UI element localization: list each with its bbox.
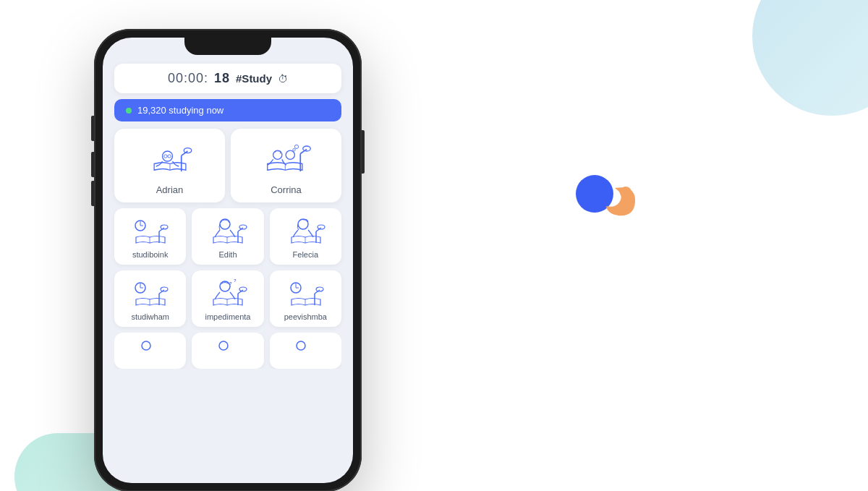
phone-mockup: 00:00:18 #Study ⏱ 19,320 studying now (94, 29, 362, 477)
user-name-adrian: Adrian (156, 184, 184, 195)
avatar-adrian (145, 139, 195, 179)
status-bar: 19,320 studying now (114, 99, 341, 121)
avatar-partial-3 (291, 338, 320, 353)
avatar-corrina (261, 139, 312, 179)
svg-point-31 (318, 225, 325, 229)
svg-point-58 (620, 187, 631, 198)
user-name-edith: Edith (218, 250, 237, 259)
svg-point-54 (142, 341, 150, 350)
svg-point-2 (184, 148, 192, 153)
user-name-studiboink: studiboink (132, 250, 169, 259)
users-row-1: studiboink (114, 208, 341, 265)
timer-tag: #Study (236, 72, 272, 85)
user-card-studiwham[interactable]: studiwham (114, 270, 186, 327)
user-card-peevishmba[interactable]: peevishmba (270, 270, 341, 327)
svg-text:?: ? (229, 281, 232, 286)
users-grid: Adrian (103, 121, 353, 483)
timer-icon: ⏱ (278, 73, 288, 85)
timer-bar: 00:00:18 #Study ⏱ (114, 64, 341, 93)
user-name-impedimenta: impedimenta (205, 312, 251, 321)
user-card-adrian[interactable]: Adrian (114, 129, 225, 202)
svg-point-52 (316, 287, 323, 291)
avatar-peevishmba (286, 278, 326, 308)
user-card-edith[interactable]: Edith (192, 208, 263, 265)
svg-point-10 (302, 146, 310, 151)
svg-text:?: ? (234, 278, 237, 283)
phone-screen: 00:00:18 #Study ⏱ 19,320 studying now (103, 38, 353, 483)
avatar-partial-2 (213, 338, 242, 353)
user-card-corrina[interactable]: Corrina (231, 129, 341, 202)
users-row-2: studiwham ? ? (114, 270, 341, 327)
svg-point-38 (161, 287, 168, 291)
phone-frame: 00:00:18 #Study ⏱ 19,320 studying now (94, 29, 362, 491)
status-dot (126, 108, 132, 114)
user-card-studiboink[interactable]: studiboink (114, 208, 186, 265)
user-name-corrina: Corrina (271, 184, 302, 195)
user-card-partial-1[interactable] (114, 333, 186, 369)
svg-point-45 (239, 287, 247, 291)
user-name-studiwham: studiwham (131, 312, 169, 321)
phone-notch (184, 38, 271, 55)
svg-point-21 (161, 225, 168, 229)
user-name-peevishmba: peevishmba (284, 312, 327, 321)
status-text: 19,320 studying now (137, 105, 224, 116)
user-name-felecia: Felecia (293, 250, 318, 259)
avatar-impedimenta: ? ? (208, 278, 247, 308)
svg-point-40 (220, 281, 230, 291)
svg-point-5 (163, 155, 166, 158)
svg-point-14 (292, 149, 295, 152)
user-card-impedimenta[interactable]: ? ? (192, 270, 263, 327)
svg-point-15 (294, 145, 298, 148)
user-card-partial-3[interactable] (270, 333, 341, 369)
featured-row: Adrian (114, 129, 341, 202)
svg-point-56 (297, 341, 305, 350)
timer-seconds: 18 (214, 71, 230, 86)
users-row-partial (114, 333, 341, 369)
user-card-partial-2[interactable] (192, 333, 263, 369)
svg-point-26 (239, 225, 247, 229)
avatar-felecia (286, 215, 326, 246)
bg-blob-top-right (752, 0, 868, 116)
avatar-studiboink (130, 215, 170, 246)
svg-point-55 (219, 341, 228, 350)
avatar-edith (208, 215, 247, 246)
svg-point-6 (167, 155, 170, 158)
user-card-felecia[interactable]: Felecia (270, 208, 341, 265)
avatar-partial-1 (136, 338, 165, 353)
avatar-studiwham (130, 278, 170, 308)
timer-prefix: 00:00: (168, 71, 208, 86)
app-logo (550, 159, 665, 231)
svg-point-13 (286, 150, 294, 159)
